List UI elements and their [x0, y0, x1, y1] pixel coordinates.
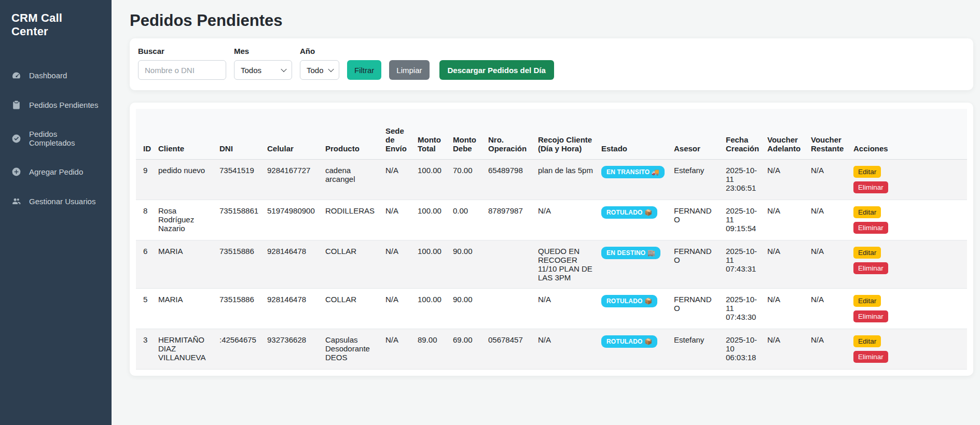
- cell-voucher-adelanto: N/A: [763, 329, 807, 370]
- cell-sede: N/A: [381, 329, 413, 370]
- column-header: Acciones: [849, 109, 967, 160]
- sidebar-item-label: Gestionar Usuarios: [29, 197, 95, 206]
- plus-circle-icon: [11, 167, 21, 177]
- app-title: CRM Call Center: [0, 7, 112, 44]
- year-select[interactable]: Todos: [300, 60, 339, 80]
- edit-button[interactable]: Editar: [853, 295, 881, 307]
- column-header: Cliente: [154, 109, 215, 160]
- delete-button[interactable]: Eliminar: [853, 351, 888, 363]
- search-label: Buscar: [138, 47, 226, 55]
- cell-cliente: Rosa Rodríguez Nazario: [154, 200, 215, 240]
- column-header: Producto: [321, 109, 381, 160]
- column-header: Celular: [263, 109, 321, 160]
- status-badge: ROTULADO 📦: [601, 295, 657, 307]
- sidebar-item-pedidos-completados[interactable]: Pedidos Completados: [0, 124, 112, 152]
- cell-fecha-creacion: 2025-10-11 09:15:54: [722, 200, 763, 240]
- cell-sede: N/A: [381, 240, 413, 289]
- clear-button[interactable]: Limpiar: [389, 60, 429, 80]
- sidebar-item-label: Agregar Pedido: [29, 167, 83, 176]
- status-badge: EN DESTINO 🏬: [601, 247, 660, 259]
- header-row: IDClienteDNICelularProductoSede de Envío…: [136, 109, 967, 160]
- cell-fecha-creacion: 2025-10-11 07:43:30: [722, 289, 763, 329]
- delete-button[interactable]: Eliminar: [853, 181, 888, 193]
- cell-monto-debe: 90.00: [449, 240, 484, 289]
- column-header: Nro. Operación: [484, 109, 534, 160]
- cell-voucher-restante: N/A: [807, 240, 849, 289]
- delete-button[interactable]: Eliminar: [853, 310, 888, 322]
- column-header: Voucher Adelanto: [763, 109, 807, 160]
- cell-fecha-creacion: 2025-10-11 23:06:51: [722, 160, 763, 200]
- month-select[interactable]: Todos: [234, 60, 292, 80]
- year-label: Año: [300, 47, 339, 55]
- status-badge: EN TRANSITO 🚚: [601, 166, 665, 178]
- cell-monto-total: 100.00: [413, 240, 449, 289]
- cell-acciones: EditarEliminar: [849, 329, 967, 370]
- table-row: 8Rosa Rodríguez Nazario73515886151974980…: [136, 200, 967, 240]
- edit-button[interactable]: Editar: [853, 335, 881, 347]
- download-orders-button[interactable]: Descargar Pedidos del Día: [439, 60, 554, 80]
- edit-button[interactable]: Editar: [853, 206, 881, 218]
- cell-voucher-restante: N/A: [807, 200, 849, 240]
- orders-table-head: IDClienteDNICelularProductoSede de Envío…: [136, 109, 967, 160]
- cell-id: 3: [136, 329, 154, 370]
- cell-voucher-restante: N/A: [807, 160, 849, 200]
- filter-bar: Buscar Mes Todos Año Todos: [130, 38, 973, 90]
- cell-estado: EN DESTINO 🏬: [597, 240, 670, 289]
- cell-recojo: QUEDO EN RECOGER 11/10 PLAN DE LAS 3PM: [534, 240, 597, 289]
- cell-monto-total: 89.00: [413, 329, 449, 370]
- column-header: Sede de Envío: [381, 109, 413, 160]
- cell-voucher-adelanto: N/A: [763, 160, 807, 200]
- filter-button[interactable]: Filtrar: [347, 60, 381, 80]
- delete-button[interactable]: Eliminar: [853, 262, 888, 274]
- edit-button[interactable]: Editar: [853, 247, 881, 259]
- orders-table: IDClienteDNICelularProductoSede de Envío…: [136, 109, 967, 370]
- cell-producto: COLLAR: [321, 289, 381, 329]
- cell-voucher-restante: N/A: [807, 289, 849, 329]
- cell-monto-debe: 0.00: [449, 200, 484, 240]
- cell-asesor: Estefany: [670, 329, 722, 370]
- column-header: DNI: [215, 109, 263, 160]
- cell-producto: cadena arcangel: [321, 160, 381, 200]
- cell-celular: 932736628: [263, 329, 321, 370]
- cell-sede: N/A: [381, 289, 413, 329]
- search-input[interactable]: [138, 60, 226, 80]
- main-content: Pedidos Pendientes Buscar Mes Todos Año: [112, 0, 980, 425]
- cell-cliente: HERMITAÑO DIAZ VILLANUEVA: [154, 329, 215, 370]
- cell-id: 6: [136, 240, 154, 289]
- cell-acciones: EditarEliminar: [849, 289, 967, 329]
- sidebar: CRM Call Center Dashboard Pedidos Pendie…: [0, 0, 112, 425]
- cell-estado: EN TRANSITO 🚚: [597, 160, 670, 200]
- orders-table-card: IDClienteDNICelularProductoSede de Envío…: [130, 103, 973, 376]
- app-window: CRM Call Center Dashboard Pedidos Pendie…: [0, 0, 980, 425]
- cell-monto-total: 100.00: [413, 289, 449, 329]
- table-row: 6MARIA73515886928146478COLLARN/A100.0090…: [136, 240, 967, 289]
- cell-monto-debe: 90.00: [449, 289, 484, 329]
- column-header: Recojo Cliente (Día y Hora): [534, 109, 597, 160]
- cell-dni: 73515886: [215, 289, 263, 329]
- sidebar-item-pedidos-pendientes[interactable]: Pedidos Pendientes: [0, 95, 112, 115]
- cell-nro-operacion: [484, 240, 534, 289]
- sidebar-item-dashboard[interactable]: Dashboard: [0, 65, 112, 86]
- sidebar-item-label: Dashboard: [29, 71, 67, 80]
- cell-fecha-creacion: 2025-10-10 06:03:18: [722, 329, 763, 370]
- cell-celular: 928146478: [263, 240, 321, 289]
- cell-dni: 73515886: [215, 240, 263, 289]
- cell-dni: 735158861: [215, 200, 263, 240]
- edit-button[interactable]: Editar: [853, 166, 881, 178]
- cell-monto-debe: 69.00: [449, 329, 484, 370]
- cell-dni: 73541519: [215, 160, 263, 200]
- delete-button[interactable]: Eliminar: [853, 222, 888, 234]
- clipboard-icon: [11, 100, 21, 110]
- cell-dni: :42564675: [215, 329, 263, 370]
- cell-celular: 928146478: [263, 289, 321, 329]
- sidebar-nav: Dashboard Pedidos Pendientes Pedidos Com…: [0, 65, 112, 211]
- cell-cliente: MARIA: [154, 289, 215, 329]
- cell-voucher-restante: N/A: [807, 329, 849, 370]
- column-header: Fecha Creación: [722, 109, 763, 160]
- check-circle-icon: [11, 134, 21, 144]
- sidebar-item-agregar-pedido[interactable]: Agregar Pedido: [0, 162, 112, 182]
- cell-id: 8: [136, 200, 154, 240]
- status-badge: ROTULADO 📦: [601, 335, 657, 348]
- cell-producto: RODILLERAS: [321, 200, 381, 240]
- sidebar-item-gestionar-usuarios[interactable]: Gestionar Usuarios: [0, 191, 112, 211]
